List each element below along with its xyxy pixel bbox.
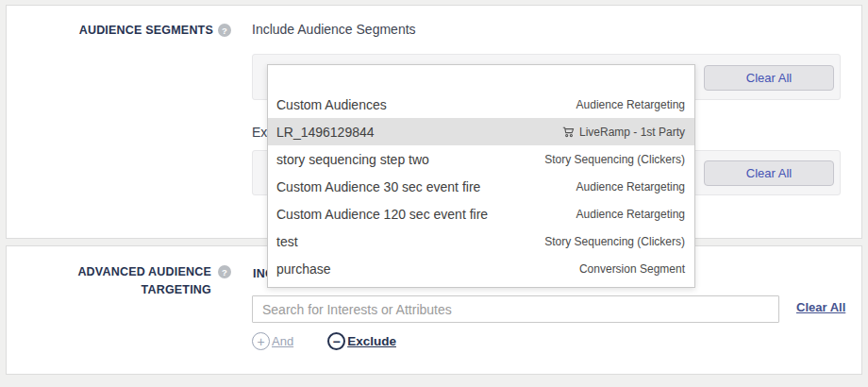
segment-name: Custom Audience 120 sec event fire: [276, 207, 488, 222]
segment-name: LR_1496129844: [276, 125, 375, 140]
include-clear-all-button[interactable]: Clear All: [704, 65, 834, 91]
and-button[interactable]: + And: [252, 332, 293, 350]
help-icon[interactable]: ?: [218, 24, 231, 37]
segment-name: Custom Audiences: [276, 97, 387, 112]
segment-name: purchase: [276, 261, 331, 277]
include-audience-segments-label: Include Audience Segments: [252, 22, 416, 37]
segment-type: LiveRamp - 1st Party: [562, 126, 685, 139]
shopping-cart-icon: [562, 126, 575, 138]
segment-type: Story Sequencing (Clickers): [544, 235, 685, 248]
dropdown-option-highlighted[interactable]: LR_1496129844 LiveRamp - 1st Party: [268, 118, 694, 145]
segment-type: Audience Retargeting: [576, 180, 685, 194]
and-label: And: [272, 334, 293, 348]
dropdown-option[interactable]: Custom Audience 120 sec event fire Audie…: [268, 200, 694, 227]
segment-name: Custom Audience 30 sec event fire: [276, 179, 480, 194]
exclude-label: Exclude: [347, 334, 396, 348]
segment-type: Audience Retargeting: [576, 98, 685, 111]
minus-circle-icon: −: [327, 332, 345, 350]
segment-type: Audience Retargeting: [576, 208, 685, 221]
segment-type-label: LiveRamp - 1st Party: [579, 126, 685, 139]
advanced-targeting-title-line1: ADVANCED AUDIENCE: [7, 265, 211, 278]
operator-row: + And − Exclude: [252, 332, 396, 350]
segment-type: Conversion Segment: [579, 262, 685, 276]
exclude-button[interactable]: − Exclude: [327, 332, 396, 350]
dropdown-input-area[interactable]: [268, 65, 694, 91]
segment-type: Story Sequencing (Clickers): [544, 153, 685, 166]
exclude-clear-all-button[interactable]: Clear All: [704, 160, 834, 186]
plus-circle-icon: +: [252, 332, 270, 350]
search-interests-input[interactable]: [252, 295, 779, 323]
advanced-targeting-title-line2: TARGETING: [7, 283, 211, 296]
segment-name: test: [276, 234, 298, 249]
segment-name: story sequencing step two: [276, 152, 429, 167]
interests-clear-all-link[interactable]: Clear All: [796, 300, 845, 314]
dropdown-option[interactable]: Custom Audiences Audience Retargeting: [268, 91, 694, 118]
dropdown-option[interactable]: story sequencing step two Story Sequenci…: [268, 145, 694, 173]
audience-segments-title: AUDIENCE SEGMENTS: [7, 24, 213, 37]
dropdown-option[interactable]: test Story Sequencing (Clickers): [268, 227, 694, 255]
segment-dropdown: Custom Audiences Audience Retargeting LR…: [267, 64, 695, 288]
dropdown-option[interactable]: Custom Audience 30 sec event fire Audien…: [268, 173, 694, 200]
help-icon[interactable]: ?: [218, 265, 231, 278]
dropdown-option[interactable]: purchase Conversion Segment: [268, 255, 694, 282]
